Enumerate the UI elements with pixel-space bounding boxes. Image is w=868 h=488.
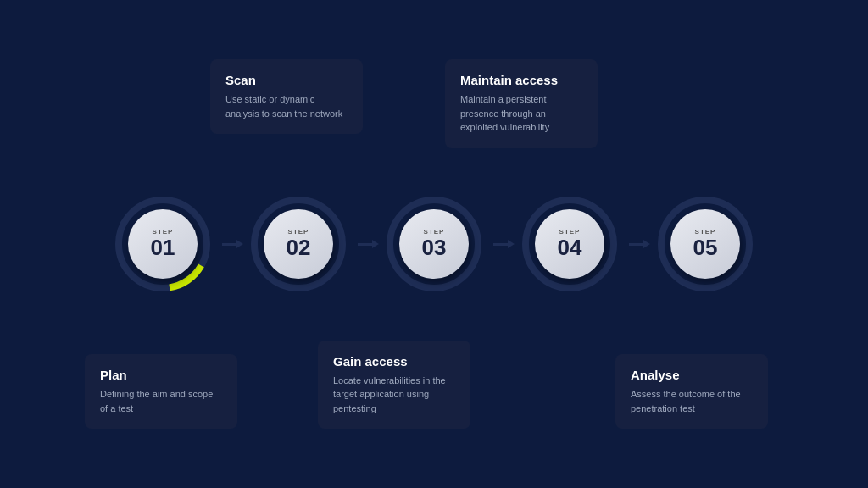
step-02-circle: STEP 02 [248,193,349,295]
maintain-title: Maintain access [460,73,582,87]
step-01-circle: STEP 01 [112,193,214,295]
step-01-number: 01 [151,236,175,260]
step-05-wrapper: STEP 05 [654,193,756,295]
connector-3 [493,243,510,246]
step-03-inner: STEP 03 [399,209,469,279]
connector-4 [629,243,646,246]
info-box-scan: Scan Use static or dynamic analysis to s… [210,59,363,134]
step-01-inner: STEP 01 [128,209,198,279]
info-box-analyse: Analyse Assess the outcome of the penetr… [615,354,768,429]
plan-desc: Defining the aim and scope of a test [100,387,222,415]
step-05-inner: STEP 05 [670,209,740,279]
scan-desc: Use static or dynamic analysis to scan t… [225,92,348,120]
step-01-wrapper: STEP 01 [112,193,214,295]
steps-row: STEP 01 S [112,193,756,295]
info-box-gain: Gain access Locate vulnerabilities in th… [318,341,470,430]
gain-desc: Locate vulnerabilities in the target app… [333,374,455,416]
connector-1 [222,243,239,246]
analyse-title: Analyse [631,368,753,382]
step-05-circle: STEP 05 [654,193,756,295]
step-04-inner: STEP 04 [535,209,604,279]
step-04-wrapper: STEP 04 [519,193,620,295]
plan-title: Plan [100,368,222,382]
gain-title: Gain access [333,354,455,369]
step-04-number: 04 [558,236,582,260]
step-03-wrapper: STEP 03 [383,193,485,295]
scan-title: Scan [225,73,348,87]
step-04-circle: STEP 04 [519,193,620,295]
step-02-number: 02 [287,236,311,260]
step-03-circle: STEP 03 [383,193,485,295]
analyse-desc: Assess the outcome of the penetration te… [631,387,753,415]
slide: Scan Use static or dynamic analysis to s… [0,0,868,488]
info-box-plan: Plan Defining the aim and scope of a tes… [85,354,237,429]
step-02-wrapper: STEP 02 [248,193,349,295]
step-05-number: 05 [693,236,718,260]
info-box-maintain: Maintain access Maintain a persistent pr… [445,59,598,148]
step-03-number: 03 [422,236,447,260]
step-02-inner: STEP 02 [264,209,333,279]
connector-2 [358,243,375,246]
maintain-desc: Maintain a persistent presence through a… [460,92,582,135]
